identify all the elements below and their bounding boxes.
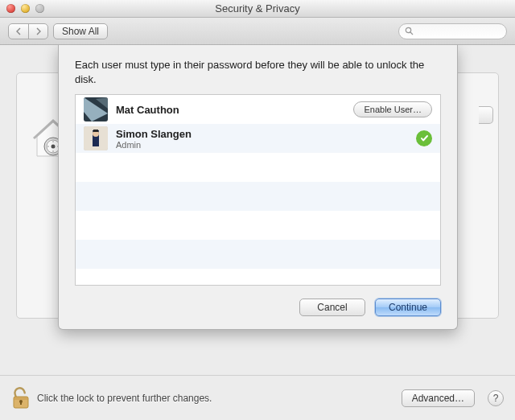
chevron-right-icon	[35, 27, 42, 35]
nav-segment	[8, 23, 48, 39]
svg-point-0	[406, 27, 410, 32]
zoom-window-button[interactable]	[35, 4, 44, 13]
user-role: Admin	[116, 140, 408, 150]
content-area: Each user must type in their password be…	[0, 45, 515, 375]
advanced-button[interactable]: Advanced…	[402, 389, 475, 407]
filevault-users-sheet: Each user must type in their password be…	[58, 45, 458, 330]
avatar	[84, 126, 108, 150]
continue-button[interactable]: Continue	[375, 299, 441, 316]
empty-row	[76, 153, 440, 182]
search-field[interactable]	[398, 23, 507, 39]
preferences-window: Security & Privacy Show All	[0, 0, 515, 420]
empty-row	[76, 211, 440, 240]
user-row[interactable]: Simon Slangen Admin	[76, 124, 440, 153]
back-button[interactable]	[9, 24, 28, 39]
chevron-left-icon	[15, 27, 22, 35]
user-table: Mat Cauthon Enable User… Simon Slangen A…	[75, 94, 441, 286]
empty-row	[76, 240, 440, 269]
svg-line-1	[410, 32, 413, 35]
user-name: Simon Slangen	[116, 128, 408, 140]
svg-rect-32	[20, 401, 22, 405]
footer: Click the lock to prevent further change…	[0, 375, 515, 420]
search-icon	[405, 27, 414, 35]
lock-text: Click the lock to prevent further change…	[37, 393, 395, 404]
search-input[interactable]	[417, 25, 497, 38]
titlebar: Security & Privacy	[0, 0, 515, 18]
empty-row	[76, 182, 440, 211]
enable-user-button[interactable]: Enable User…	[353, 101, 432, 117]
sheet-message: Each user must type in their password be…	[75, 58, 441, 86]
user-name: Mat Cauthon	[116, 104, 345, 116]
help-button[interactable]: ?	[488, 390, 504, 406]
window-controls	[0, 4, 44, 13]
cancel-button[interactable]: Cancel	[299, 299, 365, 316]
svg-point-5	[52, 145, 56, 149]
toolbar: Show All	[0, 18, 515, 45]
empty-row	[76, 269, 440, 286]
forward-button[interactable]	[28, 24, 47, 39]
sheet-buttons: Cancel Continue	[75, 299, 441, 316]
enabled-check-icon	[416, 130, 432, 146]
user-row[interactable]: Mat Cauthon Enable User…	[76, 95, 440, 124]
show-all-button[interactable]: Show All	[53, 23, 108, 39]
background-button-fragment	[479, 106, 493, 124]
avatar	[84, 97, 108, 121]
lock-icon[interactable]	[11, 386, 31, 410]
close-window-button[interactable]	[6, 4, 15, 13]
svg-rect-14	[93, 130, 98, 132]
minimize-window-button[interactable]	[21, 4, 30, 13]
window-title: Security & Privacy	[0, 2, 515, 14]
svg-rect-30	[14, 397, 28, 400]
